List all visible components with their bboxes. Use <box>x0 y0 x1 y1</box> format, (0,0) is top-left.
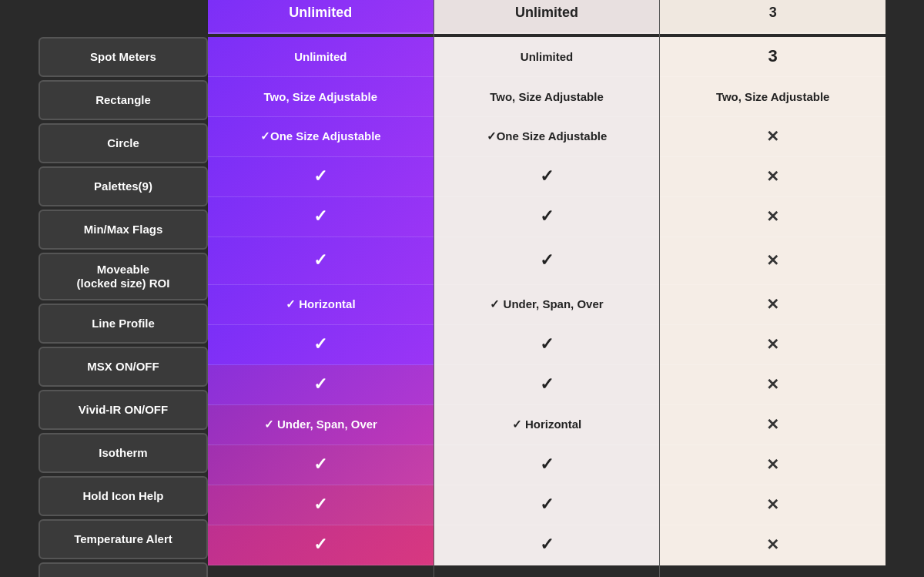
col1-row-8: ✓ <box>208 365 434 405</box>
col1-row-2: ✓One Size Adjustable <box>208 117 434 157</box>
col3-row-7: ✕ <box>660 325 886 365</box>
col3-row-10: ✕ <box>660 445 886 485</box>
col3-row-9: ✕ <box>660 405 886 445</box>
label-2: Circle <box>38 123 208 163</box>
column-1: UnlimitedUnlimitedTwo, Size Adjustable✓O… <box>208 0 434 577</box>
col2-row-12: ✓ <box>434 525 660 565</box>
col2-header: Unlimited <box>434 0 660 34</box>
col2-row-8: ✓ <box>434 365 660 405</box>
col2-row-2: ✓One Size Adjustable <box>434 117 660 157</box>
col1-row-9: ✓ Under, Span, Over <box>208 405 434 445</box>
comparison-table: Spot MetersRectangleCirclePalettes(9)Min… <box>38 0 886 577</box>
col1-row-12: ✓ <box>208 525 434 565</box>
col2-row-7: ✓ <box>434 325 660 365</box>
label-12: Rjpeg <box>38 562 208 578</box>
main-container: Spot MetersRectangleCirclePalettes(9)Min… <box>38 0 886 577</box>
col1-row-3: ✓ <box>208 157 434 197</box>
col3-row-12: ✕ <box>660 525 886 565</box>
label-3: Palettes(9) <box>38 166 208 206</box>
col1-row-10: ✓ <box>208 445 434 485</box>
col3-header: 3 <box>660 0 886 34</box>
col2-row-5: ✓ <box>434 237 660 285</box>
col3-row-5: ✕ <box>660 237 886 285</box>
col2-row-6: ✓ Under, Span, Over <box>434 285 660 325</box>
label-6: Line Profile <box>38 304 208 344</box>
col1-row-7: ✓ <box>208 325 434 365</box>
column-2: UnlimitedUnlimitedTwo, Size Adjustable✓O… <box>434 0 660 577</box>
col2-row-11: ✓ <box>434 485 660 525</box>
col1-row-11: ✓ <box>208 485 434 525</box>
col2-row-9: ✓ Horizontal <box>434 405 660 445</box>
label-4: Min/Max Flags <box>38 210 208 250</box>
col3-row-3: ✕ <box>660 157 886 197</box>
col1-row-6: ✓ Horizontal <box>208 285 434 325</box>
col1-row-1: Two, Size Adjustable <box>208 77 434 117</box>
label-8: Vivid-IR ON/OFF <box>38 390 208 430</box>
col2-row-3: ✓ <box>434 157 660 197</box>
col3-row-0: 3 <box>660 37 886 77</box>
label-1: Rectangle <box>38 80 208 120</box>
label-0: Spot Meters <box>38 37 208 77</box>
col2-row-4: ✓ <box>434 197 660 237</box>
label-11: Temperature Alert <box>38 519 208 559</box>
col3-row-6: ✕ <box>660 285 886 325</box>
label-5: Moveable (locked size) ROI <box>38 253 208 300</box>
data-columns: UnlimitedUnlimitedTwo, Size Adjustable✓O… <box>208 0 886 577</box>
col3-row-11: ✕ <box>660 485 886 525</box>
col3-row-1: Two, Size Adjustable <box>660 77 886 117</box>
col3-row-2: ✕ <box>660 117 886 157</box>
col1-row-4: ✓ <box>208 197 434 237</box>
col3-row-4: ✕ <box>660 197 886 237</box>
label-10: Hold Icon Help <box>38 476 208 516</box>
col1-row-5: ✓ <box>208 237 434 285</box>
col2-row-1: Two, Size Adjustable <box>434 77 660 117</box>
label-9: Isotherm <box>38 433 208 473</box>
labels-column: Spot MetersRectangleCirclePalettes(9)Min… <box>38 0 208 577</box>
col1-row-0: Unlimited <box>208 37 434 77</box>
column-3: 33Two, Size Adjustable✕✕✕✕✕✕✕✕✕✕✕ <box>660 0 886 577</box>
col3-row-8: ✕ <box>660 365 886 405</box>
col1-header: Unlimited <box>208 0 434 34</box>
col2-row-10: ✓ <box>434 445 660 485</box>
label-7: MSX ON/OFF <box>38 347 208 387</box>
col2-row-0: Unlimited <box>434 37 660 77</box>
